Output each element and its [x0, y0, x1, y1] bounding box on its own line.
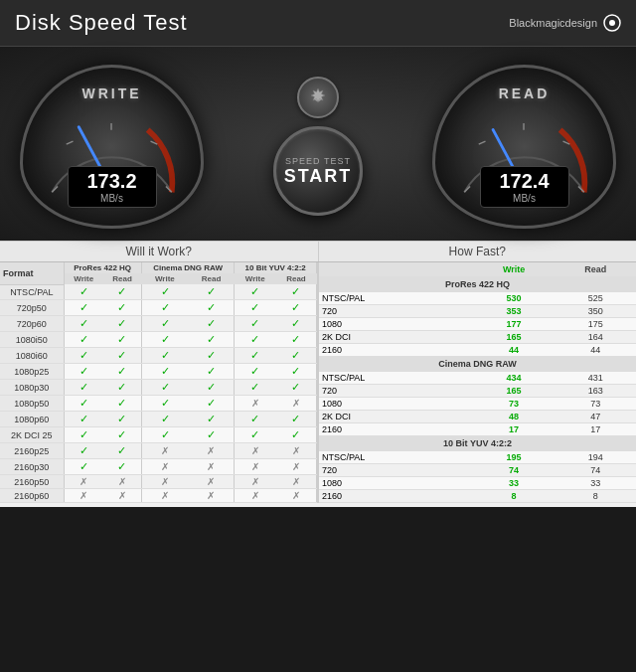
check-mark: ✓ [291, 301, 300, 313]
write-gauge: WRITE 173.2 MB/s [20, 65, 204, 229]
svg-line-5 [67, 141, 74, 144]
check-cell: ✓ [64, 316, 103, 332]
cross-mark: ✗ [161, 476, 169, 487]
check-cell: ✓ [235, 412, 276, 427]
check-cell: ✓ [103, 459, 141, 475]
category-label: ProRes 422 HQ [319, 277, 636, 292]
row-label: 2K DCI 25 [0, 427, 64, 443]
read-speed-value: 525 [555, 292, 636, 305]
check-cell: ✓ [275, 380, 316, 396]
speed-row: NTSC/PAL434431 [319, 372, 636, 385]
check-mark: ✓ [161, 428, 170, 440]
check-mark: ✓ [80, 301, 88, 313]
check-cell: ✓ [188, 396, 235, 412]
speed-read-header: Read [555, 262, 636, 277]
check-cell: ✓ [103, 380, 141, 396]
check-cell: ✓ [141, 348, 188, 364]
row-label: NTSC/PAL [0, 284, 64, 300]
check-mark: ✓ [117, 349, 126, 361]
check-cell: ✓ [235, 348, 276, 364]
check-cell: ✓ [64, 412, 103, 427]
write-speed-value: 165 [473, 331, 556, 344]
check-cell: ✓ [103, 412, 141, 427]
table-row: 1080p25✓✓✓✓✓✓ [0, 364, 317, 380]
check-mark: ✓ [291, 365, 300, 377]
cross-mark: ✗ [118, 490, 126, 501]
check-mark: ✓ [80, 333, 88, 345]
category-row: 10 Bit YUV 4:2:2 [319, 436, 636, 451]
start-button[interactable]: SPEED TEST START [273, 126, 363, 216]
check-cell: ✓ [275, 412, 316, 427]
write-speed-value: 8 [473, 490, 556, 503]
app-title: Disk Speed Test [15, 10, 188, 36]
check-mark: ✓ [291, 285, 300, 297]
check-cell: ✓ [103, 396, 141, 412]
tables-section: Format ProRes 422 HQ Cinema DNG RAW 10 B… [0, 262, 636, 503]
cross-mark: ✗ [207, 490, 215, 501]
check-cell: ✓ [103, 316, 141, 332]
check-mark: ✓ [207, 397, 216, 409]
check-cell: ✗ [275, 443, 316, 459]
check-mark: ✓ [117, 285, 126, 297]
check-cell: ✗ [141, 475, 188, 489]
check-cell: ✓ [64, 300, 103, 316]
speed-row-label: 1080 [319, 398, 473, 411]
check-mark: ✓ [207, 349, 216, 361]
check-cell: ✓ [103, 332, 141, 348]
check-mark: ✓ [117, 397, 126, 409]
check-cell: ✗ [275, 459, 316, 475]
check-mark: ✓ [161, 381, 170, 393]
speed-row-label: NTSC/PAL [319, 292, 473, 305]
read-speed-value: 164 [555, 331, 636, 344]
speed-row: 10803333 [319, 477, 636, 490]
check-cell: ✓ [64, 364, 103, 380]
speed-row-label: 2K DCI [319, 331, 473, 344]
check-mark: ✓ [117, 317, 126, 329]
check-cell: ✓ [103, 364, 141, 380]
check-mark: ✓ [250, 317, 259, 329]
write-speed-value: 353 [473, 305, 556, 318]
cross-mark: ✗ [161, 445, 169, 456]
check-mark: ✓ [250, 301, 259, 313]
check-mark: ✓ [80, 444, 88, 456]
check-cell: ✓ [275, 348, 316, 364]
check-cell: ✓ [141, 300, 188, 316]
write-speed-value: 17 [473, 423, 556, 436]
speed-row-label: NTSC/PAL [319, 451, 473, 464]
cross-mark: ✗ [118, 476, 126, 487]
settings-button[interactable] [297, 77, 339, 118]
speed-row: 21604444 [319, 344, 636, 357]
check-mark: ✓ [291, 381, 300, 393]
check-cell: ✓ [103, 443, 141, 459]
speed-row: 2K DCI4847 [319, 411, 636, 423]
yuv-read-header: Read [275, 273, 316, 284]
table-row: 1080i50✓✓✓✓✓✓ [0, 332, 317, 348]
check-cell: ✓ [64, 459, 103, 475]
check-cell: ✓ [188, 427, 235, 443]
check-cell: ✓ [188, 412, 235, 427]
check-mark: ✓ [117, 301, 126, 313]
check-mark: ✓ [250, 365, 259, 377]
check-cell: ✓ [188, 332, 235, 348]
row-label: 720p60 [0, 316, 64, 332]
write-speed-value: 73 [473, 398, 556, 411]
speed-row-label: 720 [319, 385, 473, 398]
check-cell: ✓ [141, 316, 188, 332]
check-cell: ✗ [235, 396, 276, 412]
check-mark: ✓ [117, 413, 126, 424]
cdng-write-header: Write [141, 273, 188, 284]
format-col-header: Format [0, 262, 64, 284]
check-cell: ✓ [64, 427, 103, 443]
speed-row-label: 720 [319, 464, 473, 477]
check-cell: ✗ [103, 489, 141, 503]
check-mark: ✓ [161, 365, 170, 377]
check-mark: ✓ [207, 285, 216, 297]
check-cell: ✗ [64, 475, 103, 489]
check-cell: ✓ [275, 316, 316, 332]
check-mark: ✓ [250, 333, 259, 345]
check-cell: ✗ [235, 475, 276, 489]
read-speed-value: 44 [555, 344, 636, 357]
write-speed-value: 33 [473, 477, 556, 490]
check-cell: ✓ [275, 332, 316, 348]
will-it-work-header: Will it Work? [0, 242, 319, 261]
